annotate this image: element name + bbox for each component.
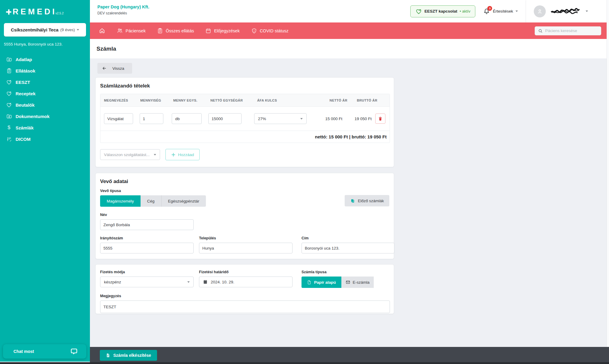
city-input[interactable] xyxy=(199,243,293,253)
sidebar-item-label: Receptek xyxy=(16,91,36,96)
nav-item-label: COVID státusz xyxy=(260,28,289,33)
back-button-label: Vissza xyxy=(112,66,124,71)
item-quantity-input[interactable] xyxy=(140,113,163,124)
patient-search-input[interactable] xyxy=(545,28,598,33)
nav-item-osszes-ellatas[interactable]: Összes ellátás xyxy=(157,28,194,34)
item-net-price: 15 000 Ft xyxy=(311,117,343,121)
eeszt-heart-icon xyxy=(6,79,12,85)
clipboard-icon xyxy=(6,68,12,74)
home-icon xyxy=(99,28,105,34)
app-logo: REMEDI v2.5.2 xyxy=(0,0,90,16)
user-name-redacted xyxy=(550,8,581,15)
organization-name[interactable]: Paper Dog (Hungary) Kft. xyxy=(97,4,149,9)
arrow-left-icon xyxy=(102,66,107,71)
address-field-row: Irányítószám Település Cím xyxy=(100,236,389,253)
col-megnevezes: MEGNEVEZÉS xyxy=(100,99,137,102)
chevron-down-icon xyxy=(77,29,79,31)
sidebar-item-label: Adatlap xyxy=(16,57,32,62)
sidebar-item-eeszt[interactable]: EESZT xyxy=(0,76,90,88)
back-button[interactable]: Vissza xyxy=(97,63,132,74)
col-mennyiseg: MENNYISÉG xyxy=(137,99,170,102)
sidebar-item-dicom[interactable]: DICOM xyxy=(0,133,90,145)
customer-type-row: Vevő típusa Magánszemély Cég Egészségpén… xyxy=(100,189,389,207)
address-label: Cím xyxy=(302,236,394,240)
nav-home-button[interactable] xyxy=(99,28,105,34)
customer-type-segmented: Magánszemély Cég Egészségpénztár xyxy=(100,195,206,207)
app-version: v2.5.2 xyxy=(55,12,64,15)
sidebar-item-dokumentumok[interactable]: Dokumentumok xyxy=(0,111,90,122)
note-label: Megjegyzés xyxy=(100,294,389,298)
previous-invoices-label: Előző számlák xyxy=(358,199,384,203)
due-date-picker[interactable]: 2024. 10. 29. xyxy=(199,277,293,287)
customer-name-input[interactable] xyxy=(100,219,194,230)
sidebar-item-ellatasok[interactable]: Ellátások xyxy=(0,65,90,76)
customer-title: Vevő adatai xyxy=(100,179,389,185)
calendar-icon xyxy=(205,28,211,34)
due-date-label: Fizetési határidő xyxy=(199,270,293,274)
item-net-unit-price-input[interactable] xyxy=(208,113,242,124)
sidebar-item-label: EESZT xyxy=(16,80,30,85)
delete-item-button[interactable] xyxy=(375,114,385,124)
vat-select[interactable]: 27% xyxy=(254,113,307,124)
sidebar-item-label: Beutalók xyxy=(16,102,34,108)
sidebar-item-adatlap[interactable]: Adatlap xyxy=(0,54,90,65)
organization-subtitle: DEV szakrendelés xyxy=(97,11,149,15)
due-date-value: 2024. 10. 29. xyxy=(211,280,289,284)
sidebar-item-szamlak[interactable]: $ Számlák xyxy=(0,122,90,133)
sidebar-item-label: Ellátások xyxy=(16,68,35,73)
item-name-input[interactable] xyxy=(104,113,133,124)
sidebar-item-receptek[interactable]: Receptek xyxy=(0,88,90,99)
payment-method-select[interactable]: készpénz xyxy=(100,277,194,287)
type-egeszsegpenztar-button[interactable]: Egészségpénztár xyxy=(162,195,206,207)
payment-method-value: készpénz xyxy=(104,280,121,284)
e-invoice-button[interactable]: E-számla xyxy=(341,277,374,288)
zip-label: Irányítószám xyxy=(100,236,194,240)
sidebar-item-beutalok[interactable]: Beutalók xyxy=(0,99,90,111)
document-icon xyxy=(307,280,311,285)
e-invoice-label: E-számla xyxy=(353,280,370,285)
address-input[interactable] xyxy=(302,243,394,253)
paper-invoice-label: Papír alapú xyxy=(314,280,336,285)
create-invoice-label: Számla elkészítése xyxy=(113,353,151,358)
create-invoice-button[interactable]: Számla elkészítése xyxy=(100,350,157,361)
invoice-type-label: Számla típusa xyxy=(302,270,389,274)
plus-icon xyxy=(171,152,176,157)
patient-name: Csíkszentmihályi Teca xyxy=(11,27,58,32)
logo-text: REMEDI xyxy=(13,7,57,16)
patient-selector[interactable]: Csíkszentmihályi Teca (9 éves) xyxy=(4,23,86,37)
eeszt-connection-badge[interactable]: EESZT kapcsolat • aktív xyxy=(410,5,475,17)
type-ceg-button[interactable]: Cég xyxy=(141,195,162,207)
totals-row: nettó: 15 000 Ft | bruttó: 19 050 Ft xyxy=(100,131,390,143)
medical-cross-icon xyxy=(5,9,12,15)
type-maganszemely-button[interactable]: Magánszemély xyxy=(100,195,141,207)
users-icon xyxy=(117,28,123,34)
service-select[interactable]: Válasszon szolgáltatást... xyxy=(100,149,160,160)
chevron-down-icon xyxy=(154,154,156,155)
payment-field-row: Fizetés módja készpénz Fizetési határidő… xyxy=(100,270,389,288)
chat-bubble-icon xyxy=(70,348,78,355)
col-netto-egysegar: NETTÓ EGYSÉGÁR xyxy=(207,99,254,102)
chevron-down-icon xyxy=(586,10,588,12)
notifications-menu[interactable]: 3 Értesítések xyxy=(483,7,518,15)
user-menu[interactable] xyxy=(534,5,588,17)
eeszt-heart-icon xyxy=(415,8,422,15)
previous-invoices-button[interactable]: Előző számlák xyxy=(345,195,389,206)
chat-launcher[interactable]: Chat most xyxy=(3,344,86,359)
patient-address: 5555 Hunya, Borosnyói uca 123. xyxy=(0,37,90,46)
table-header-row: MEGNEVEZÉS MENNYISÉG MENNY EGYS. NETTÓ E… xyxy=(100,94,390,107)
item-unit-input[interactable] xyxy=(172,113,202,124)
add-service-row: Válasszon szolgáltatást... Hozzáad xyxy=(100,149,389,160)
nav-item-paciensek[interactable]: Páciensek xyxy=(117,28,146,34)
notification-count-badge: 3 xyxy=(487,6,492,11)
zip-input[interactable] xyxy=(100,243,194,253)
sidebar-item-label: Számlák xyxy=(16,125,34,130)
nav-item-elojegyzesek[interactable]: Előjegyzések xyxy=(205,28,239,34)
chat-label: Chat most xyxy=(13,349,34,354)
scrollbar-gutter[interactable] xyxy=(607,0,609,347)
add-item-button[interactable]: Hozzáad xyxy=(165,149,200,160)
nav-item-covid-statusz[interactable]: COVID státusz xyxy=(251,28,289,34)
payment-method-label: Fizetés módja xyxy=(100,270,194,274)
paper-invoice-button[interactable]: Papír alapú xyxy=(302,277,341,288)
col-netto-ar: NETTÓ ÁR xyxy=(315,99,347,102)
note-input[interactable] xyxy=(100,300,390,313)
